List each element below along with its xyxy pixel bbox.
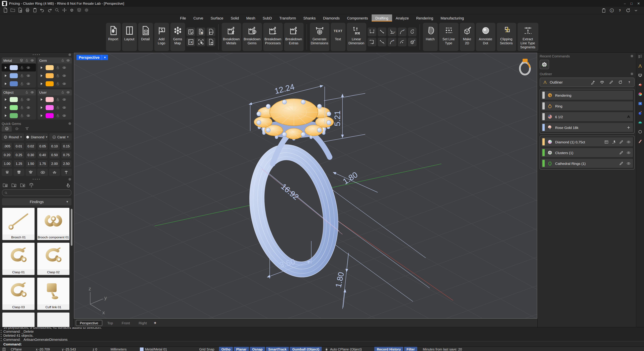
findings-search[interactable] <box>2 189 72 196</box>
clipboard-icon[interactable] <box>32 8 38 13</box>
toggle-gumball-object-[interactable]: Gumball (Object) <box>290 347 322 351</box>
eye-icon[interactable] <box>66 58 70 63</box>
status-field-3[interactable]: z 0 <box>92 348 97 351</box>
cutter-thumb-basket[interactable] <box>2 169 12 176</box>
play-icon[interactable] <box>39 65 44 70</box>
gear-icon[interactable] <box>68 53 72 57</box>
play-icon[interactable] <box>39 113 44 118</box>
carat-button[interactable]: 0.15 <box>61 142 72 150</box>
helppanel-icon[interactable]: ? <box>638 101 643 106</box>
carat-button[interactable]: 0.01 <box>14 142 24 150</box>
eye-icon[interactable] <box>30 58 34 63</box>
ribbon-button-hatch[interactable]: Hatch <box>423 23 438 51</box>
carat-button[interactable]: 2.00 <box>49 160 60 168</box>
eye-icon[interactable] <box>26 65 30 70</box>
dropdown-diamond[interactable]: Diamond▼ <box>26 133 48 141</box>
menu-file[interactable]: File <box>176 15 190 22</box>
menu-subd[interactable]: SubD <box>259 15 276 22</box>
eyedropper-icon[interactable] <box>591 80 595 85</box>
ribbon-button-gems-map[interactable]: Gems Map <box>170 23 185 51</box>
undo-icon[interactable] <box>40 8 45 13</box>
pen-red-icon[interactable] <box>638 139 643 144</box>
recent-command-cluster-button[interactable] <box>540 60 549 69</box>
viewport-tab-perspective[interactable]: Perspective <box>76 320 102 326</box>
ribbon-button-add-logo[interactable]: Add Logo <box>154 23 169 51</box>
layer-row[interactable] <box>2 103 36 112</box>
lock-open-icon[interactable] <box>56 113 60 118</box>
ribbon-small-dim-h[interactable] <box>368 28 376 36</box>
ribbon-button-breakdown-gems[interactable]: Breakdown Gems <box>242 23 262 51</box>
play-icon[interactable] <box>39 81 44 86</box>
lock-open-icon[interactable] <box>20 73 24 78</box>
layer-row[interactable] <box>2 95 36 103</box>
viewport-canvas[interactable]: 12.24 5.21 1.80 16.92 3.50 1.80 z <box>74 53 537 319</box>
ribbon-button-clipping-sections[interactable]: Clipping Sections <box>496 23 516 51</box>
renderbomb-icon[interactable] <box>638 110 643 116</box>
folder-plus-icon[interactable] <box>2 182 8 188</box>
ribbon-small-dim-r0[interactable]: 0 <box>398 28 406 36</box>
ribbon-small-dim-box[interactable]: U <box>408 38 416 46</box>
layer-color-swatch[interactable] <box>46 113 54 118</box>
lock-open-icon[interactable] <box>20 113 24 118</box>
lock-open-icon[interactable] <box>56 65 60 70</box>
menu-shanks[interactable]: Shanks <box>300 15 319 22</box>
carat-button[interactable]: 0.40 <box>37 151 48 159</box>
viewport-menu-arrow-icon[interactable]: ▼ <box>102 56 108 59</box>
cutter-thumb-halo[interactable] <box>37 169 48 176</box>
eye-icon[interactable] <box>62 81 66 86</box>
toggle-record-history[interactable]: Record History <box>374 347 403 351</box>
play-icon[interactable] <box>3 81 8 86</box>
table-icon[interactable] <box>604 140 609 144</box>
eye-icon[interactable] <box>62 65 66 70</box>
outliner-row-6-1-2[interactable]: 6 1/2 <box>541 112 633 121</box>
cutter-thumb-cluster[interactable] <box>49 169 60 176</box>
hand-gem-icon[interactable] <box>612 140 616 144</box>
ribbon-small-excel[interactable]: X <box>186 38 195 46</box>
folder-icon[interactable] <box>10 8 16 13</box>
refresh-icon[interactable] <box>618 80 622 85</box>
ribbon-small-dim-aligned2[interactable] <box>378 38 386 46</box>
toggle-ortho[interactable]: Ortho <box>219 347 233 351</box>
ribbon-small-checklist[interactable] <box>186 28 195 36</box>
gearsvg-icon[interactable] <box>84 8 89 13</box>
findings-scrollbar[interactable] <box>71 209 72 246</box>
layer-color-swatch[interactable] <box>46 65 54 70</box>
layer-color-swatch[interactable] <box>10 97 18 102</box>
printer-icon[interactable] <box>25 8 30 13</box>
carat-button[interactable]: 1.25 <box>14 160 24 168</box>
ribbon-button-text[interactable]: TEXTText <box>330 23 345 51</box>
pencil-icon[interactable] <box>619 150 624 155</box>
carat-button[interactable]: 0.30 <box>25 151 36 159</box>
ribbon-small-dim-aligned[interactable] <box>378 28 386 36</box>
dropdown-round[interactable]: Round▼ <box>2 133 24 141</box>
current-layer-chip[interactable]: Metal/Metal 01 <box>140 348 167 351</box>
lock-open-icon[interactable] <box>56 81 60 86</box>
viewport-tab-front[interactable]: Front <box>118 320 134 325</box>
minimize-button[interactable]: – <box>624 2 626 5</box>
auto-cplane-toggle[interactable]: Auto CPlane (Object) <box>330 348 362 351</box>
info-icon[interactable]: i <box>609 8 614 13</box>
carat-button[interactable]: 0.25 <box>14 151 24 159</box>
layer-color-swatch[interactable] <box>46 105 54 110</box>
carat-button[interactable]: 0.50 <box>49 151 60 159</box>
layer-row[interactable] <box>38 95 72 103</box>
menu-components[interactable]: Components <box>343 15 372 22</box>
carat-button[interactable]: 1.50 <box>25 160 36 168</box>
carat-button[interactable]: 1.75 <box>37 160 48 168</box>
outliner-row-cathedral-rings-1-[interactable]: Cathedral Rings (1) <box>541 159 633 168</box>
ribbon-small-dim-angle[interactable]: 45° <box>388 28 396 36</box>
refresh-icon[interactable] <box>625 8 630 13</box>
menu-rendering[interactable]: Rendering <box>412 15 437 22</box>
carat-button[interactable]: 0.10 <box>49 142 60 150</box>
carat-button[interactable]: 0.05 <box>37 142 48 150</box>
command-history-area[interactable]: 16 polysurfaces, 5 Gemstones, 41 surface… <box>0 327 644 346</box>
toggle-filter[interactable]: Filter <box>404 347 417 351</box>
close-button[interactable]: ✕ <box>637 2 640 5</box>
finding-card[interactable]: Clasp 02 <box>37 243 70 275</box>
hand-ptr-icon[interactable] <box>66 182 71 188</box>
command-prompt[interactable]: Command: <box>0 341 644 346</box>
cutter-thumb-prong[interactable] <box>25 169 36 176</box>
menu-manufacturing[interactable]: Manufacturing <box>437 15 468 22</box>
play-icon[interactable] <box>3 65 8 70</box>
magnifier-icon[interactable] <box>54 8 60 13</box>
